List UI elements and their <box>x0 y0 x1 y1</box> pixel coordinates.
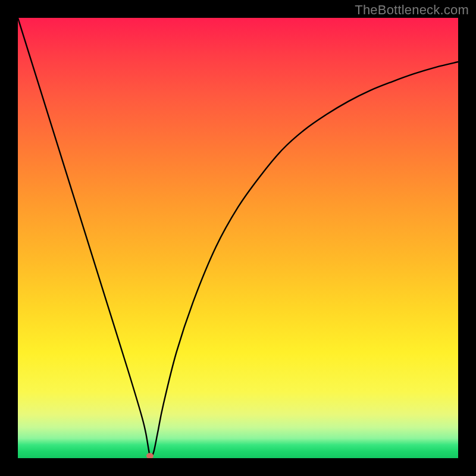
curve-svg <box>18 18 458 458</box>
watermark-text: TheBottleneck.com <box>355 2 469 18</box>
plot-area <box>18 18 458 458</box>
chart-frame: TheBottleneck.com <box>0 0 476 476</box>
bottleneck-curve <box>18 18 458 457</box>
